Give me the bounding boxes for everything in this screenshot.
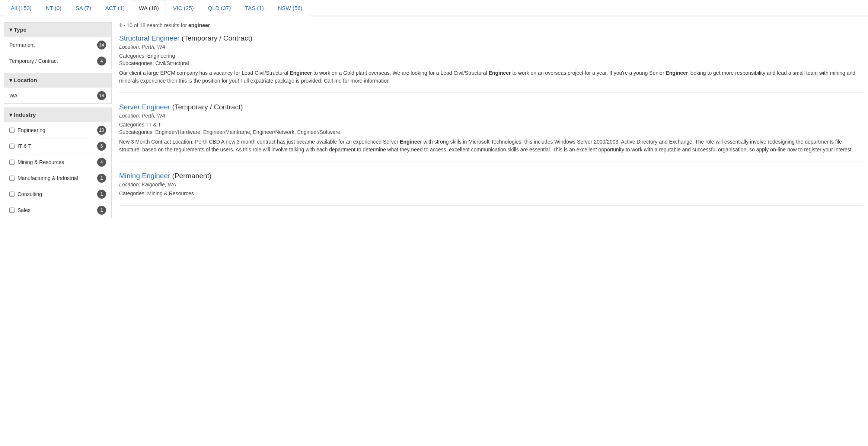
filter-label-consulting: Consulting [17,191,42,197]
main-layout: ▾ Type Permanent 14 Temporary / Contract… [0,16,868,228]
job-listing-server-engineer: Server Engineer (Temporary / Contract) L… [119,103,864,161]
tab-all[interactable]: All (153) [4,0,39,16]
filter-badge-it-t: 6 [97,142,106,151]
filter-label-wa: WA [9,93,17,99]
job-title-mining: Mining Engineer (Permanent) [119,172,864,180]
tab-act[interactable]: ACT (1) [98,0,132,16]
filter-label-temporary: Temporary / Contract [9,58,58,64]
filter-badge-manufacturing: 1 [97,174,106,183]
results-area: 1 - 10 of 18 search results for engineer… [119,22,864,222]
filter-badge-permanent: 14 [97,41,106,49]
filter-item-it-t[interactable]: IT & T 6 [4,138,111,154]
filter-label-mining: Mining & Resources [17,159,64,165]
type-filter-label: ▾ Type [9,26,26,33]
job-subcategories-structural: Subcategories: Civil/Structural [119,60,864,66]
filter-item-wa[interactable]: WA 18 [4,87,111,103]
results-count-text: 1 - 10 of 18 search results for [119,22,187,28]
tab-tas[interactable]: TAS (1) [238,0,271,16]
results-keyword: engineer [188,22,210,28]
checkbox-it-t[interactable] [9,144,15,149]
checkbox-manufacturing[interactable] [9,176,15,181]
filter-label-permanent: Permanent [9,42,35,48]
job-title-structural: Structural Engineer (Temporary / Contrac… [119,34,864,42]
tab-nsw[interactable]: NSW (56) [271,0,310,16]
sidebar: ▾ Type Permanent 14 Temporary / Contract… [4,22,112,222]
job-location-mining: Location: Kalgoorlie, WA [119,182,864,187]
job-description-structural: Our client a large EPCM company has a va… [119,69,864,85]
filter-badge-temporary: 4 [97,57,106,65]
type-filter-section: ▾ Type Permanent 14 Temporary / Contract… [4,22,112,69]
industry-filter-section: ▾ Industry Engineering 10 IT & T 6 [4,108,112,218]
job-type-server: (Temporary / Contract) [172,103,243,111]
tab-qld[interactable]: QLD (37) [201,0,238,16]
job-type-structural: (Temporary / Contract) [182,34,252,42]
filter-badge-consulting: 1 [97,190,106,199]
filter-badge-mining: 4 [97,158,106,167]
tab-nt[interactable]: NT (0) [39,0,68,16]
job-categories-server: Categories: IT & T [119,122,864,128]
job-title-server: Server Engineer (Temporary / Contract) [119,103,864,111]
location-filter-label: ▾ Location [9,77,37,84]
checkbox-consulting[interactable] [9,192,15,197]
job-subcategories-server: Subcategories: Engineer/Hardware, Engine… [119,129,864,135]
filter-item-consulting[interactable]: Consulting 1 [4,186,111,202]
location-filter-header[interactable]: ▾ Location [4,73,111,87]
checkbox-engineering[interactable] [9,128,15,133]
filter-item-manufacturing[interactable]: Manufacturing & Industrial 1 [4,170,111,186]
location-filter-section: ▾ Location WA 18 [4,73,112,104]
job-link-structural[interactable]: Structural Engineer [119,34,180,42]
filter-label-manufacturing: Manufacturing & Industrial [17,175,78,181]
job-location-server: Location: Perth, WA [119,113,864,119]
job-categories-mining: Categories: Mining & Resources [119,190,864,196]
job-type-mining: (Permanent) [172,172,212,180]
job-description-server: New 3 Month Contract Location: Perth CBD… [119,138,864,154]
tab-sa[interactable]: SA (7) [68,0,98,16]
checkbox-mining[interactable] [9,160,15,165]
industry-filter-header[interactable]: ▾ Industry [4,108,111,122]
industry-filter-label: ▾ Industry [9,112,36,118]
job-link-mining[interactable]: Mining Engineer [119,172,170,180]
job-categories-structural: Categories: Engineering [119,53,864,59]
filter-item-temporary[interactable]: Temporary / Contract 4 [4,53,111,69]
type-filter-header[interactable]: ▾ Type [4,23,111,37]
tab-bar: All (153) NT (0) SA (7) ACT (1) WA (18) … [0,0,868,16]
filter-item-permanent[interactable]: Permanent 14 [4,37,111,53]
filter-label-it-t: IT & T [17,143,32,149]
tab-wa[interactable]: WA (18) [132,0,166,16]
tab-vic[interactable]: VIC (25) [166,0,201,16]
filter-item-engineering[interactable]: Engineering 10 [4,122,111,138]
filter-badge-wa: 18 [97,91,106,100]
filter-badge-sales: 1 [97,206,106,215]
job-link-server[interactable]: Server Engineer [119,103,170,111]
checkbox-sales[interactable] [9,208,15,213]
job-location-structural: Location: Perth, WA [119,44,864,50]
results-summary: 1 - 10 of 18 search results for engineer [119,22,864,28]
job-listing-structural-engineer: Structural Engineer (Temporary / Contrac… [119,34,864,93]
filter-label-sales: Sales [17,207,31,213]
job-listing-mining-engineer: Mining Engineer (Permanent) Location: Ka… [119,172,864,206]
filter-item-sales[interactable]: Sales 1 [4,202,111,218]
filter-badge-engineering: 10 [97,126,106,135]
filter-item-mining[interactable]: Mining & Resources 4 [4,154,111,170]
filter-label-engineering: Engineering [17,127,45,133]
